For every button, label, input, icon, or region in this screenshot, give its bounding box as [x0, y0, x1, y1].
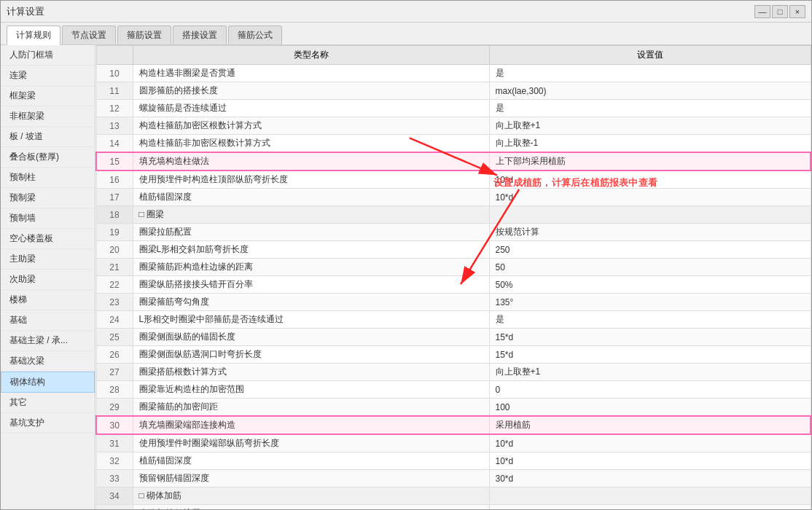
table-row[interactable]: 17 植筋锚固深度 10*d	[96, 189, 811, 206]
row-value[interactable]: 60	[489, 505, 811, 510]
sidebar-item-feikuangjia[interactable]: 非框架梁	[1, 106, 95, 127]
sidebar-item-ban[interactable]: 板 / 坡道	[1, 127, 95, 147]
table-row[interactable]: 18 □ 圈梁	[96, 206, 811, 224]
table-row[interactable]: 16 使用预埋件时构造柱顶部纵筋弯折长度 10*d	[96, 170, 811, 189]
table-row[interactable]: 33 预留钢筋锚固深度 30*d	[96, 470, 811, 487]
row-name: □ 圈梁	[133, 206, 489, 224]
row-value[interactable]: 0	[489, 381, 811, 399]
tab-rebar-settings[interactable]: 箍筋设置	[117, 26, 171, 44]
row-value[interactable]: 向上取整+1	[489, 117, 811, 135]
tab-rebar-formula[interactable]: 箍筋公式	[228, 26, 282, 44]
table-row[interactable]: 15 填充墙构造柱做法 上下部均采用植筋	[96, 152, 811, 170]
sidebar-item-zhujuliang[interactable]: 主助梁	[1, 249, 95, 270]
row-value[interactable]: 15*d	[489, 329, 811, 346]
row-num: 25	[96, 329, 133, 346]
row-value[interactable]: 30*d	[489, 470, 811, 487]
sidebar-item-jikeng[interactable]: 基坑支护	[1, 413, 95, 434]
row-name: 圈梁纵筋搭接接头错开百分率	[133, 276, 489, 294]
sidebar-item-lianliang[interactable]: 连梁	[1, 66, 95, 86]
sidebar-item-jichu[interactable]: 基础	[1, 310, 95, 331]
maximize-button[interactable]: □	[772, 5, 788, 18]
tab-node-settings[interactable]: 节点设置	[62, 26, 116, 44]
row-value[interactable]: 是	[489, 65, 811, 82]
row-name: 圆形箍筋的搭接长度	[133, 82, 489, 100]
minimize-button[interactable]: —	[754, 5, 770, 18]
table-row[interactable]: 12 螺旋箍筋是否连续通过 是	[96, 100, 811, 117]
row-value[interactable]	[489, 206, 811, 224]
row-num: 24	[96, 311, 133, 329]
sidebar-item-louti[interactable]: 楼梯	[1, 290, 95, 310]
table-row[interactable]: 30 填充墙圈梁端部连接构造 采用植筋	[96, 416, 811, 434]
table-row[interactable]: 25 圈梁侧面纵筋的锚固长度 15*d	[96, 329, 811, 346]
table-row[interactable]: 28 圈梁靠近构造柱的加密范围 0	[96, 381, 811, 399]
row-value[interactable]: 135°	[489, 294, 811, 311]
row-name: 圈梁靠近构造柱的加密范围	[133, 381, 489, 399]
row-value[interactable]: 100	[489, 399, 811, 417]
table-row[interactable]: 19 圈梁拉筋配置 按规范计算	[96, 224, 811, 241]
table-row[interactable]: 22 圈梁纵筋搭接接头错开百分率 50%	[96, 276, 811, 294]
row-value[interactable]: 向上取整+1	[489, 364, 811, 381]
row-num: 29	[96, 399, 133, 417]
sidebar-item-kuangjialiang[interactable]: 框架梁	[1, 86, 95, 106]
row-num: 28	[96, 381, 133, 399]
table-row[interactable]: 34 □ 砌体加筋	[96, 487, 811, 505]
sidebar-item-cizhu[interactable]: 次助梁	[1, 270, 95, 290]
table-row[interactable]: 20 圈梁L形相交斜加筋弯折长度 250	[96, 241, 811, 259]
row-num: 31	[96, 434, 133, 452]
row-name: 圈梁L形相交斜加筋弯折长度	[133, 241, 489, 259]
row-value[interactable]: 是	[489, 100, 811, 117]
row-value[interactable]: 向上取整-1	[489, 135, 811, 153]
row-num: 15	[96, 152, 133, 170]
table-row[interactable]: 31 使用预埋件时圈梁端部纵筋弯折长度 10*d	[96, 434, 811, 452]
table-row[interactable]: 14 构造柱箍筋非加密区根数计算方式 向上取整-1	[96, 135, 811, 153]
row-num: 32	[96, 452, 133, 470]
table-row[interactable]: 21 圈梁箍筋距构造柱边缘的距离 50	[96, 259, 811, 276]
close-button[interactable]: ×	[789, 5, 805, 18]
row-name: 圈梁拉筋配置	[133, 224, 489, 241]
table-row[interactable]: 11 圆形箍筋的搭接长度 max(lae,300)	[96, 82, 811, 100]
table-container[interactable]: 类型名称 设置值 10 构造柱遇非圈梁是否贯通 是 11 圆形箍筋的搭接长度 m…	[95, 45, 811, 509]
row-value[interactable]: 50%	[489, 276, 811, 294]
row-value[interactable]: 10*d	[489, 452, 811, 470]
tab-connect-settings[interactable]: 搭接设置	[173, 26, 227, 44]
row-value[interactable]: 250	[489, 241, 811, 259]
row-value[interactable]: 采用植筋	[489, 416, 811, 434]
row-value[interactable]: 上下部均采用植筋	[489, 152, 811, 170]
table-row[interactable]: 29 圈梁箍筋的加密间距 100	[96, 399, 811, 417]
table-row[interactable]: 10 构造柱遇非圈梁是否贯通 是	[96, 65, 811, 82]
row-num: 10	[96, 65, 133, 82]
sidebar-item-jichuzhu[interactable]: 基础主梁 / 承...	[1, 331, 95, 351]
row-value[interactable]: 10*d	[489, 189, 811, 206]
row-value[interactable]: 15*d	[489, 346, 811, 364]
sidebar-item-yuzhi-qiang[interactable]: 预制墙	[1, 208, 95, 229]
sidebar-item-kongxin[interactable]: 空心楼盖板	[1, 229, 95, 249]
sidebar-item-yuzhi-zhu[interactable]: 预制柱	[1, 168, 95, 188]
tab-calc-rules[interactable]: 计算规则	[7, 26, 60, 45]
row-value[interactable]: 是	[489, 311, 811, 329]
row-value[interactable]: max(lae,300)	[489, 82, 811, 100]
row-name: 预留钢筋锚固深度	[133, 470, 489, 487]
sidebar-item-jichu-ciliang[interactable]: 基础次梁	[1, 351, 95, 372]
row-value[interactable]: 50	[489, 259, 811, 276]
table-row[interactable]: 27 圈梁搭筋根数计算方式 向上取整+1	[96, 364, 811, 381]
col-header-value: 设置值	[489, 46, 811, 65]
sidebar-item-yuzhi-liang[interactable]: 预制梁	[1, 188, 95, 208]
sidebar-item-qita[interactable]: 其它	[1, 393, 95, 413]
row-value[interactable]	[489, 487, 811, 505]
sidebar-item-diehebanjinghou[interactable]: 叠合板(整厚)	[1, 147, 95, 168]
table-row[interactable]: 23 圈梁箍筋弯勾角度 135°	[96, 294, 811, 311]
title-bar-left: 计算设置	[7, 5, 44, 18]
table-row[interactable]: 32 植筋锚固深度 10*d	[96, 452, 811, 470]
table-row[interactable]: 26 圈梁侧面纵筋遇洞口时弯折长度 15*d	[96, 346, 811, 364]
row-name: 填充墙圈梁端部连接构造	[133, 416, 489, 434]
row-value[interactable]: 10*d	[489, 170, 811, 189]
table-row[interactable]: 24 L形相交时圈梁中部箍筋是否连续通过 是	[96, 311, 811, 329]
row-name: L形相交时圈梁中部箍筋是否连续通过	[133, 311, 489, 329]
table-row[interactable]: 35 砌体加筋保护层 60	[96, 505, 811, 510]
row-num: 30	[96, 416, 133, 434]
sidebar-item-fanfang[interactable]: 人防门框墙	[1, 45, 95, 66]
row-value[interactable]: 按规范计算	[489, 224, 811, 241]
sidebar-item-qiti[interactable]: 砌体结构	[1, 372, 95, 393]
table-row[interactable]: 13 构造柱箍筋加密区根数计算方式 向上取整+1	[96, 117, 811, 135]
row-value[interactable]: 10*d	[489, 434, 811, 452]
